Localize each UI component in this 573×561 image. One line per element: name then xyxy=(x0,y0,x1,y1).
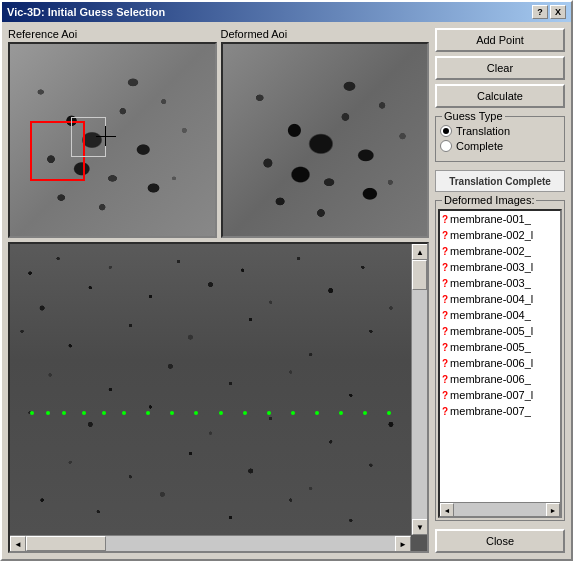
question-icon: ? xyxy=(442,374,448,385)
list-item-text: membrane-001_ xyxy=(450,213,531,225)
translation-radio[interactable] xyxy=(440,125,452,137)
help-button[interactable]: ? xyxy=(532,5,548,19)
title-bar: Vic-3D: Initial Guess Selection ? X xyxy=(2,2,571,22)
translation-label: Translation xyxy=(456,125,510,137)
question-icon: ? xyxy=(442,390,448,401)
list-item-text: membrane-003_ xyxy=(450,277,531,289)
green-dot xyxy=(339,411,343,415)
list-item[interactable]: ?membrane-006_ xyxy=(440,371,560,387)
list-item[interactable]: ?membrane-002_ xyxy=(440,243,560,259)
main-image-vscrollbar[interactable]: ▲ ▼ xyxy=(411,244,427,535)
translation-radio-option[interactable]: Translation xyxy=(440,125,560,137)
list-item[interactable]: ?membrane-003_l xyxy=(440,259,560,275)
list-item-text: membrane-003_l xyxy=(450,261,533,273)
deformed-image xyxy=(223,44,428,236)
list-item[interactable]: ?membrane-007_ xyxy=(440,403,560,419)
list-item-text: membrane-005_ xyxy=(450,341,531,353)
list-h-track xyxy=(454,503,546,516)
green-dot xyxy=(194,411,198,415)
list-scroll-left[interactable]: ◄ xyxy=(440,503,454,517)
green-dot xyxy=(62,411,66,415)
list-item-text: membrane-004_l xyxy=(450,293,533,305)
main-window: Vic-3D: Initial Guess Selection ? X Refe… xyxy=(0,0,573,561)
list-item-text: membrane-006_l xyxy=(450,357,533,369)
guess-type-group: Guess Type Translation Complete xyxy=(435,116,565,162)
reference-image-box[interactable] xyxy=(8,42,217,238)
add-point-button[interactable]: Add Point xyxy=(435,28,565,52)
h-scroll-track xyxy=(26,536,395,551)
list-item[interactable]: ?membrane-007_l xyxy=(440,387,560,403)
list-item-text: membrane-002_ xyxy=(450,245,531,257)
list-scroll-right[interactable]: ► xyxy=(546,503,560,517)
scroll-up-button[interactable]: ▲ xyxy=(412,244,428,260)
clear-button[interactable]: Clear xyxy=(435,56,565,80)
scroll-left-button[interactable]: ◄ xyxy=(10,536,26,552)
window-content: Reference Aoi Deformed Aoi xyxy=(2,22,571,559)
green-dot xyxy=(46,411,50,415)
list-item-text: membrane-005_l xyxy=(450,325,533,337)
green-dot xyxy=(30,411,34,415)
top-row: Reference Aoi Deformed Aoi xyxy=(8,28,429,238)
green-dots-line xyxy=(10,413,411,415)
scroll-thumb[interactable] xyxy=(412,260,427,290)
list-item-text: membrane-002_l xyxy=(450,229,533,241)
list-item-text: membrane-004_ xyxy=(450,309,531,321)
list-item[interactable]: ?membrane-005_ xyxy=(440,339,560,355)
close-title-button[interactable]: X xyxy=(550,5,566,19)
list-item[interactable]: ?membrane-006_l xyxy=(440,355,560,371)
list-item[interactable]: ?membrane-004_l xyxy=(440,291,560,307)
image-list[interactable]: ?membrane-001_ ?membrane-002_l ?membrane… xyxy=(438,209,562,518)
complete-radio[interactable] xyxy=(440,140,452,152)
question-icon: ? xyxy=(442,262,448,273)
calculate-button[interactable]: Calculate xyxy=(435,84,565,108)
reference-label: Reference Aoi xyxy=(8,28,217,40)
question-icon: ? xyxy=(442,214,448,225)
list-item[interactable]: ?membrane-002_l xyxy=(440,227,560,243)
list-item[interactable]: ?membrane-003_ xyxy=(440,275,560,291)
green-dot xyxy=(122,411,126,415)
left-panel: Reference Aoi Deformed Aoi xyxy=(8,28,429,553)
list-item[interactable]: ?membrane-005_l xyxy=(440,323,560,339)
reference-image xyxy=(10,44,215,236)
translation-complete-box: Translation Complete xyxy=(435,170,565,192)
question-icon: ? xyxy=(442,326,448,337)
guess-type-legend: Guess Type xyxy=(442,110,505,122)
list-item[interactable]: ?membrane-004_ xyxy=(440,307,560,323)
translation-radio-dot xyxy=(443,128,449,134)
deformed-panel: Deformed Aoi xyxy=(221,28,430,238)
question-icon: ? xyxy=(442,310,448,321)
complete-radio-option[interactable]: Complete xyxy=(440,140,560,152)
green-dot xyxy=(291,411,295,415)
deformed-label: Deformed Aoi xyxy=(221,28,430,40)
deformed-images-group: Deformed Images: ?membrane-001_ ?membran… xyxy=(435,200,565,521)
main-image-hscrollbar[interactable]: ◄ ► xyxy=(10,535,411,551)
list-item[interactable]: ?membrane-001_ xyxy=(440,211,560,227)
green-dot xyxy=(170,411,174,415)
list-hscrollbar[interactable]: ◄ ► xyxy=(440,502,560,516)
list-item-text: membrane-007_l xyxy=(450,389,533,401)
question-icon: ? xyxy=(442,246,448,257)
scroll-down-button[interactable]: ▼ xyxy=(412,519,428,535)
question-icon: ? xyxy=(442,294,448,305)
green-dot xyxy=(82,411,86,415)
question-icon: ? xyxy=(442,406,448,417)
question-icon: ? xyxy=(442,358,448,369)
close-button[interactable]: Close xyxy=(435,529,565,553)
green-dot xyxy=(219,411,223,415)
scroll-track xyxy=(412,260,427,519)
green-dot xyxy=(363,411,367,415)
green-dot xyxy=(243,411,247,415)
title-bar-buttons: ? X xyxy=(532,5,566,19)
main-image-container[interactable]: ▲ ▼ ◄ ► xyxy=(8,242,429,553)
deformed-image-box[interactable] xyxy=(221,42,430,238)
complete-label: Complete xyxy=(456,140,503,152)
list-item-text: membrane-007_ xyxy=(450,405,531,417)
main-image xyxy=(10,244,411,535)
question-icon: ? xyxy=(442,342,448,353)
green-dot xyxy=(146,411,150,415)
green-dot xyxy=(387,411,391,415)
h-scroll-thumb[interactable] xyxy=(26,536,106,551)
translation-complete-text: Translation Complete xyxy=(449,176,551,187)
green-dot xyxy=(315,411,319,415)
scroll-right-button[interactable]: ► xyxy=(395,536,411,552)
